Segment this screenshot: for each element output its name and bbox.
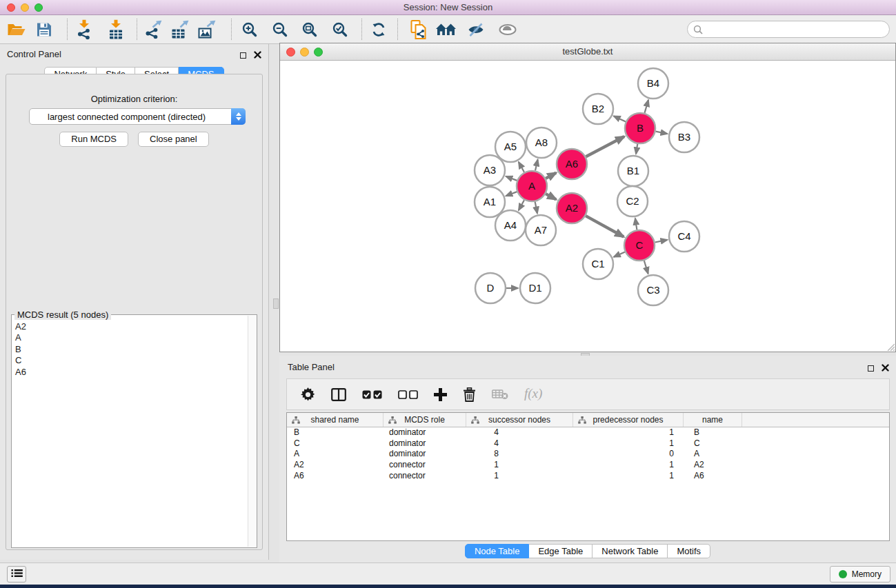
select-all-button[interactable] xyxy=(362,390,382,399)
close-panel-icon[interactable] xyxy=(254,49,261,61)
close-table-panel-icon[interactable] xyxy=(882,362,889,374)
graph-node-B1[interactable]: B1 xyxy=(618,156,648,186)
tab-edge-table[interactable]: Edge Table xyxy=(529,544,593,558)
tab-network-table[interactable]: Network Table xyxy=(593,544,668,558)
table-cell[interactable]: 4 xyxy=(466,427,573,438)
export-network-button[interactable] xyxy=(143,19,164,40)
table-cell[interactable]: 1 xyxy=(466,460,573,471)
graph-node-A5[interactable]: A5 xyxy=(495,132,526,162)
graph-node-A6[interactable]: A6 xyxy=(557,149,587,179)
network-canvas[interactable]: AA1A2A3A4A5A6A7A8BB1B2B3B4CC1C2C3C4DD1 xyxy=(280,61,895,352)
save-session-button[interactable] xyxy=(35,21,54,39)
table-cell[interactable]: C xyxy=(287,438,384,449)
memory-button[interactable]: Memory xyxy=(830,566,890,582)
add-column-button[interactable] xyxy=(434,388,447,401)
graph-edge-A-A6[interactable] xyxy=(546,173,556,179)
table-row[interactable]: A2connector11A2 xyxy=(287,460,889,471)
table-cell[interactable]: 4 xyxy=(466,438,573,449)
graph-node-A8[interactable]: A8 xyxy=(526,128,557,158)
graph-edge-A-A1[interactable] xyxy=(506,192,517,196)
float-table-panel-icon[interactable] xyxy=(868,365,874,372)
graph-edge-B-B2[interactable] xyxy=(614,116,626,121)
graph-node-D[interactable]: D xyxy=(475,273,506,303)
graph-edge-A-A7[interactable] xyxy=(535,202,537,214)
column-header-name[interactable]: name xyxy=(684,413,742,427)
tab-node-table[interactable]: Node Table xyxy=(465,544,530,558)
graph-node-C3[interactable]: C3 xyxy=(638,275,668,305)
graph-edge-A-A2[interactable] xyxy=(546,194,556,199)
optimization-criterion-select[interactable]: largest connected component (directed) xyxy=(29,108,246,125)
table-row[interactable]: Cdominator41C xyxy=(287,438,889,449)
result-item[interactable]: A2 xyxy=(15,321,247,332)
graph-node-A1[interactable]: A1 xyxy=(475,187,505,217)
unselect-all-button[interactable] xyxy=(398,390,418,399)
export-image-button[interactable] xyxy=(197,19,218,40)
table-cell[interactable]: A2 xyxy=(684,460,742,471)
graph-node-A4[interactable]: A4 xyxy=(495,210,526,241)
table-cell[interactable]: 8 xyxy=(466,449,573,460)
table-row[interactable]: A6connector11A6 xyxy=(287,471,889,482)
table-cell[interactable]: 0 xyxy=(573,449,684,460)
table-cell[interactable]: A xyxy=(287,449,384,460)
show-all-button[interactable] xyxy=(497,21,519,38)
table-cell[interactable]: A xyxy=(684,449,742,460)
search-input[interactable] xyxy=(706,24,889,34)
open-file-button[interactable] xyxy=(6,21,28,39)
minimize-window-button[interactable] xyxy=(21,3,29,12)
table-options-button[interactable] xyxy=(301,387,315,402)
import-table-button[interactable] xyxy=(106,18,126,41)
apply-layout-button[interactable] xyxy=(370,21,388,38)
graph-node-A3[interactable]: A3 xyxy=(475,155,505,185)
home-view-button[interactable] xyxy=(435,21,458,38)
table-cell[interactable]: connector xyxy=(384,460,466,471)
graph-edge-A-A5[interactable] xyxy=(519,162,524,172)
zoom-window-button[interactable] xyxy=(34,3,43,12)
column-header-MCDS-role[interactable]: MCDS role xyxy=(384,413,466,427)
graph-edge-C-C1[interactable] xyxy=(614,252,625,256)
network-zoom-button[interactable] xyxy=(314,48,323,57)
run-mcds-button[interactable]: Run MCDS xyxy=(59,132,128,147)
graph-node-A7[interactable]: A7 xyxy=(526,215,556,245)
show-column-button[interactable] xyxy=(331,388,346,401)
table-cell[interactable]: B xyxy=(287,427,384,438)
node-table[interactable]: shared nameMCDS rolesuccessor nodesprede… xyxy=(286,412,890,541)
result-scrollbar[interactable] xyxy=(248,316,257,547)
result-item[interactable]: A6 xyxy=(15,367,247,378)
graph-edge-C-C4[interactable] xyxy=(655,240,668,243)
graph-edge-B-B3[interactable] xyxy=(656,132,668,134)
graph-node-B2[interactable]: B2 xyxy=(583,94,613,124)
graph-edge-A-A8[interactable] xyxy=(535,159,538,170)
column-header-shared-name[interactable]: shared name xyxy=(287,413,384,427)
table-row[interactable]: Bdominator41B xyxy=(287,427,889,438)
graph-node-C1[interactable]: C1 xyxy=(583,249,613,279)
result-item[interactable]: B xyxy=(15,344,247,355)
graph-node-B[interactable]: B xyxy=(625,113,655,143)
zoom-in-button[interactable] xyxy=(241,20,259,39)
table-cell[interactable]: dominator xyxy=(384,449,466,460)
delete-column-button[interactable] xyxy=(463,387,476,402)
graph-edge-A6-B[interactable] xyxy=(586,136,624,156)
table-cell[interactable]: dominator xyxy=(384,438,466,449)
table-cell[interactable]: connector xyxy=(384,471,466,482)
graph-edge-B-B4[interactable] xyxy=(645,100,649,113)
table-cell[interactable]: 1 xyxy=(573,471,684,482)
resize-grip-icon[interactable] xyxy=(886,343,895,351)
network-from-selection-button[interactable] xyxy=(409,18,429,41)
show-panels-button[interactable] xyxy=(7,566,26,582)
table-cell[interactable]: A2 xyxy=(287,460,384,471)
tab-motifs[interactable]: Motifs xyxy=(668,544,710,558)
zoom-selected-button[interactable] xyxy=(331,20,350,39)
table-cell[interactable]: B xyxy=(684,427,742,438)
graph-node-B3[interactable]: B3 xyxy=(669,122,699,152)
close-panel-button[interactable]: Close panel xyxy=(138,132,209,147)
table-row[interactable]: Adominator80A xyxy=(287,449,889,460)
graph-node-B4[interactable]: B4 xyxy=(638,68,668,99)
graph-node-D1[interactable]: D1 xyxy=(520,273,550,303)
graph-node-A[interactable]: A xyxy=(517,171,547,201)
column-header-predecessor-nodes[interactable]: predecessor nodes xyxy=(573,413,684,427)
table-cell[interactable]: 1 xyxy=(573,460,684,471)
table-cell[interactable]: dominator xyxy=(384,427,466,438)
network-minimize-button[interactable] xyxy=(300,48,309,57)
graph-edge-B-B1[interactable] xyxy=(636,144,637,154)
graph-edge-C-C2[interactable] xyxy=(635,219,637,230)
